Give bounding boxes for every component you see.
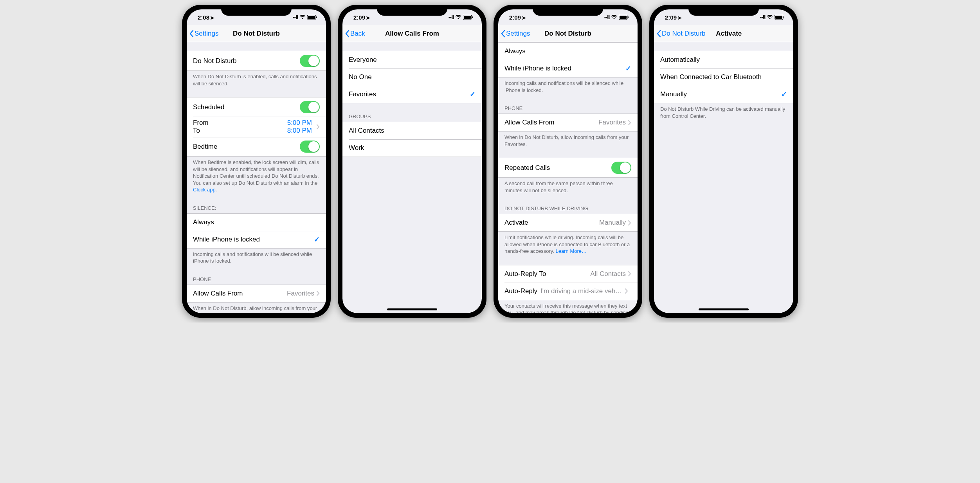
svg-rect-4: [464, 16, 471, 19]
nav-bar: Back Allow Calls From: [342, 25, 482, 42]
silence-always-row[interactable]: Always: [498, 43, 638, 60]
checkmark-icon: ✓: [625, 64, 631, 73]
row-label: Auto-Reply To: [504, 270, 590, 278]
phone-frame-3: 2:09➤ ▪︎▪︎𝗹𝗹 Settings Do Not Disturb SIL…: [494, 5, 642, 318]
autoreply-to-row[interactable]: Auto-Reply To All Contacts: [498, 265, 638, 283]
checkmark-icon: ✓: [314, 235, 320, 244]
chevron-back-icon: [656, 30, 661, 38]
option-car-bluetooth[interactable]: When Connected to Car Bluetooth: [654, 68, 793, 86]
schedule-time-row[interactable]: From5:00 PM To8:00 PM: [187, 117, 326, 137]
row-value: All Contacts: [590, 270, 626, 278]
wifi-icon: [611, 15, 617, 20]
group-header: PHONE: [498, 104, 638, 114]
learn-more-link[interactable]: Learn More…: [556, 248, 587, 254]
repeated-calls-row[interactable]: Repeated Calls: [498, 158, 638, 177]
back-button[interactable]: Back: [345, 30, 365, 38]
back-button[interactable]: Settings: [501, 30, 530, 38]
option-noone[interactable]: No One: [342, 68, 482, 86]
notch: [221, 5, 292, 16]
row-label: Everyone: [349, 56, 476, 64]
nav-title: Activate: [716, 30, 742, 38]
status-time: 2:09: [353, 14, 365, 21]
chevron-right-icon: [625, 288, 628, 294]
group-footer: Your contacts will receive this message …: [498, 300, 638, 313]
checkmark-icon: ✓: [470, 90, 476, 99]
from-value: 5:00 PM: [287, 119, 312, 127]
wifi-icon: [767, 15, 773, 20]
option-automatically[interactable]: Automatically: [654, 51, 793, 68]
wifi-icon: [455, 15, 461, 20]
dnd-toggle-row[interactable]: Do Not Disturb: [187, 51, 326, 70]
notch: [688, 5, 759, 16]
chevron-back-icon: [501, 30, 505, 38]
toggle-switch[interactable]: [300, 141, 320, 153]
option-manually[interactable]: Manually ✓: [654, 86, 793, 103]
row-label: When Connected to Car Bluetooth: [660, 73, 787, 81]
group-header: SILENCE:: [187, 204, 326, 213]
chevron-right-icon: [317, 124, 320, 130]
back-button[interactable]: Settings: [189, 30, 218, 38]
notch: [377, 5, 447, 16]
home-indicator[interactable]: [387, 308, 437, 310]
group-footer: Do Not Disturb While Driving can be acti…: [654, 103, 793, 121]
location-icon: ➤: [677, 15, 682, 21]
row-value: Favorites: [598, 119, 626, 126]
row-label: Always: [504, 47, 631, 55]
svg-rect-7: [620, 16, 627, 19]
group-header: PHONE: [187, 275, 326, 285]
toggle-switch[interactable]: [611, 162, 631, 174]
row-label: Repeated Calls: [504, 164, 611, 172]
phone-frame-4: 2:09➤ ▪︎▪︎𝗹𝗹 Do Not Disturb Activate Aut…: [649, 5, 798, 318]
nav-title: Allow Calls From: [385, 30, 439, 38]
cellular-icon: ▪︎▪︎𝗹𝗹: [293, 14, 298, 20]
phone-frame-1: 2:08➤ ▪︎▪︎𝗹𝗹 Settings Do Not Disturb Do …: [182, 5, 331, 318]
chevron-right-icon: [317, 291, 320, 296]
clock-app-link[interactable]: Clock app: [193, 187, 216, 193]
allow-calls-row[interactable]: Allow Calls From Favorites: [498, 114, 638, 131]
battery-icon: [463, 15, 473, 20]
toggle-switch[interactable]: [300, 55, 320, 67]
to-value: 8:00 PM: [287, 127, 312, 135]
option-everyone[interactable]: Everyone: [342, 51, 482, 68]
status-time: 2:08: [198, 14, 209, 21]
silence-locked-row[interactable]: While iPhone is locked ✓: [498, 60, 638, 77]
row-label: Allow Calls From: [193, 290, 287, 297]
allow-calls-row[interactable]: Allow Calls From Favorites: [187, 285, 326, 302]
silence-always-row[interactable]: Always: [187, 214, 326, 231]
nav-title: Do Not Disturb: [544, 30, 591, 38]
scheduled-toggle-row[interactable]: Scheduled: [187, 97, 326, 117]
row-label: Automatically: [660, 56, 787, 64]
svg-rect-10: [775, 16, 782, 19]
option-favorites[interactable]: Favorites ✓: [342, 86, 482, 103]
option-work[interactable]: Work: [342, 139, 482, 157]
group-header: GROUPS: [342, 112, 482, 122]
svg-rect-2: [316, 16, 317, 18]
toggle-switch[interactable]: [300, 101, 320, 113]
row-label: Do Not Disturb: [193, 57, 300, 65]
row-label: Work: [349, 144, 476, 152]
row-label: Allow Calls From: [504, 119, 598, 126]
activate-row[interactable]: Activate Manually: [498, 214, 638, 231]
option-all-contacts[interactable]: All Contacts: [342, 122, 482, 139]
home-indicator[interactable]: [699, 308, 749, 310]
chevron-right-icon: [628, 271, 631, 276]
status-time: 2:09: [509, 14, 521, 21]
row-label: Scheduled: [193, 103, 300, 111]
autoreply-row[interactable]: Auto-Reply I'm driving a mid-size vehicl…: [498, 283, 638, 300]
phone-frame-2: 2:09➤ ▪︎▪︎𝗹𝗹 Back Allow Calls From Every…: [338, 5, 486, 318]
row-value: I'm driving a mid-size vehicle ri…: [540, 287, 623, 295]
silence-locked-row[interactable]: While iPhone is locked ✓: [187, 231, 326, 248]
nav-bar: Settings Do Not Disturb: [498, 25, 638, 42]
row-label: Always: [193, 218, 320, 226]
row-value: Manually: [599, 219, 626, 227]
row-label: Activate: [504, 219, 599, 227]
bedtime-toggle-row[interactable]: Bedtime: [187, 137, 326, 156]
cellular-icon: ▪︎▪︎𝗹𝗹: [760, 14, 765, 20]
back-button[interactable]: Do Not Disturb: [656, 30, 705, 38]
row-label: All Contacts: [349, 127, 476, 135]
cellular-icon: ▪︎▪︎𝗹𝗹: [604, 14, 609, 20]
battery-icon: [307, 15, 317, 20]
row-label: No One: [349, 73, 476, 81]
chevron-right-icon: [628, 220, 631, 225]
group-footer: Incoming calls and notifications will be…: [498, 77, 638, 95]
